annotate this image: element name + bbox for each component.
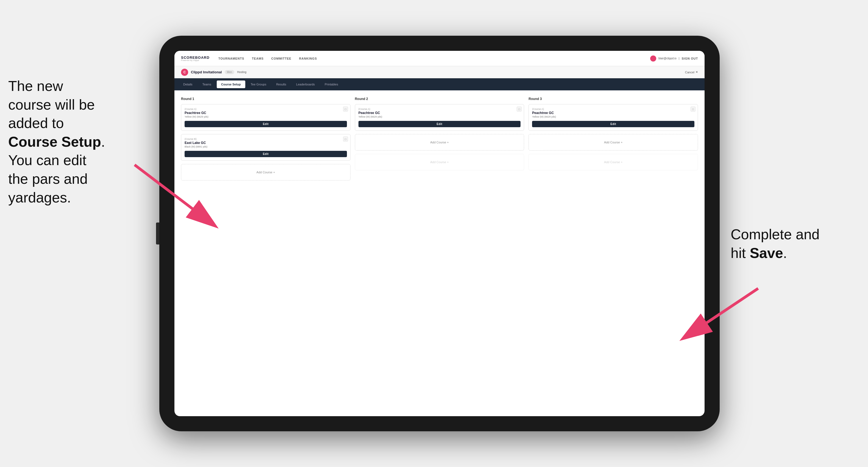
- round2-course-a-edit-button[interactable]: Edit: [359, 121, 521, 127]
- tablet-side-button: [156, 222, 159, 245]
- round2-add-course-button[interactable]: Add Course +: [355, 134, 524, 151]
- tab-printables[interactable]: Printables: [320, 81, 343, 88]
- round1-course-a-edit-button[interactable]: Edit: [185, 121, 347, 127]
- round1-course-a-name: Peachtree GC: [185, 111, 347, 115]
- round-2-column: Round 2 (Course A) Peachtree GC Yellow (…: [355, 97, 524, 184]
- nav-rankings[interactable]: RANKINGS: [299, 57, 317, 60]
- gender-tag: Men: [225, 70, 234, 74]
- tab-leaderboards[interactable]: Leaderboards: [292, 81, 319, 88]
- scoreboard-logo: SCOREBOARD Powered by clippd: [181, 56, 210, 61]
- tab-details[interactable]: Details: [179, 81, 197, 88]
- tablet-screen: SCOREBOARD Powered by clippd TOURNAMENTS…: [175, 51, 705, 416]
- nav-tournaments[interactable]: TOURNAMENTS: [218, 57, 244, 60]
- user-avatar: [650, 56, 656, 62]
- round3-course-a-card: (Course A) Peachtree GC Yellow (M) (6629…: [528, 104, 698, 131]
- round2-course-a-name: Peachtree GC: [359, 111, 521, 115]
- round2-course-a-delete-button[interactable]: □: [517, 106, 522, 112]
- round3-course-a-info: Yellow (M) (6629 yds): [532, 115, 694, 118]
- right-annotation: Complete and hit Save.: [731, 225, 835, 262]
- round-3-column: Round 3 (Course A) Peachtree GC Yellow (…: [528, 97, 698, 184]
- round1-course-a-card: (Course A) Peachtree GC Yellow (M) (6629…: [181, 104, 350, 131]
- round2-course-a-card: (Course A) Peachtree GC Yellow (M) (6629…: [355, 104, 524, 131]
- tab-course-setup[interactable]: Course Setup: [217, 81, 245, 88]
- round1-course-b-card: (Course B) East Lake GC Black (M) (6891 …: [181, 134, 350, 161]
- round-1-title: Round 1: [181, 97, 350, 101]
- cancel-button[interactable]: Cancel ✕: [685, 70, 698, 74]
- nav-committee[interactable]: COMMITTEE: [271, 57, 291, 60]
- round-3-title: Round 3: [528, 97, 698, 101]
- nav-teams[interactable]: TEAMS: [252, 57, 264, 60]
- tournament-logo: C: [181, 69, 188, 76]
- nav-separator: |: [679, 57, 680, 60]
- round1-course-b-delete-button[interactable]: □: [343, 136, 348, 142]
- round-1-column: Round 1 (Course A) Peachtree GC Yellow (…: [181, 97, 350, 184]
- rounds-container: Round 1 (Course A) Peachtree GC Yellow (…: [181, 97, 698, 184]
- round1-course-a-delete-button[interactable]: □: [343, 106, 348, 112]
- hosting-tag: Hosting: [237, 71, 246, 73]
- round1-course-b-edit-button[interactable]: Edit: [185, 151, 347, 157]
- tournament-bar-left: C Clippd Invitational Men Hosting: [181, 69, 246, 76]
- tournament-bar: C Clippd Invitational Men Hosting Cancel…: [175, 66, 705, 78]
- round3-course-a-edit-button[interactable]: Edit: [532, 121, 694, 127]
- round2-add-course-disabled: Add Course +: [355, 154, 524, 170]
- tablet-device: SCOREBOARD Powered by clippd TOURNAMENTS…: [159, 36, 720, 431]
- nav-links: TOURNAMENTS TEAMS COMMITTEE RANKINGS: [218, 57, 650, 60]
- tab-bar: Details Teams Course Setup Tee Groups Re…: [175, 78, 705, 90]
- round3-add-course-disabled: Add Course +: [528, 154, 698, 170]
- round3-course-a-name: Peachtree GC: [532, 111, 694, 115]
- round1-add-course-button[interactable]: Add Course +: [181, 164, 350, 181]
- round3-course-a-delete-button[interactable]: □: [690, 106, 695, 112]
- round1-course-a-label: (Course A): [185, 108, 347, 111]
- round-2-title: Round 2: [355, 97, 524, 101]
- tab-results[interactable]: Results: [272, 81, 290, 88]
- left-annotation: The new course will be added to Course S…: [8, 77, 124, 207]
- nav-right: blair@clippd.io | Sign out: [650, 56, 698, 62]
- sign-out-link[interactable]: Sign out: [681, 57, 698, 60]
- round1-course-a-info: Yellow (M) (6629 yds): [185, 115, 347, 118]
- tournament-name: Clippd Invitational: [191, 70, 222, 74]
- user-email: blair@clippd.io: [658, 57, 677, 60]
- main-content: Round 1 (Course A) Peachtree GC Yellow (…: [175, 90, 705, 190]
- round1-course-b-info: Black (M) (6891 yds): [185, 145, 347, 148]
- round2-course-a-info: Yellow (M) (6629 yds): [359, 115, 521, 118]
- round1-course-b-name: East Lake GC: [185, 141, 347, 145]
- round3-add-course-button[interactable]: Add Course +: [528, 134, 698, 151]
- tab-tee-groups[interactable]: Tee Groups: [246, 81, 271, 88]
- round1-course-b-label: (Course B): [185, 137, 347, 141]
- round2-course-a-label: (Course A): [359, 108, 521, 111]
- tab-teams[interactable]: Teams: [198, 81, 216, 88]
- round3-course-a-label: (Course A): [532, 108, 694, 111]
- top-navigation: SCOREBOARD Powered by clippd TOURNAMENTS…: [175, 51, 705, 66]
